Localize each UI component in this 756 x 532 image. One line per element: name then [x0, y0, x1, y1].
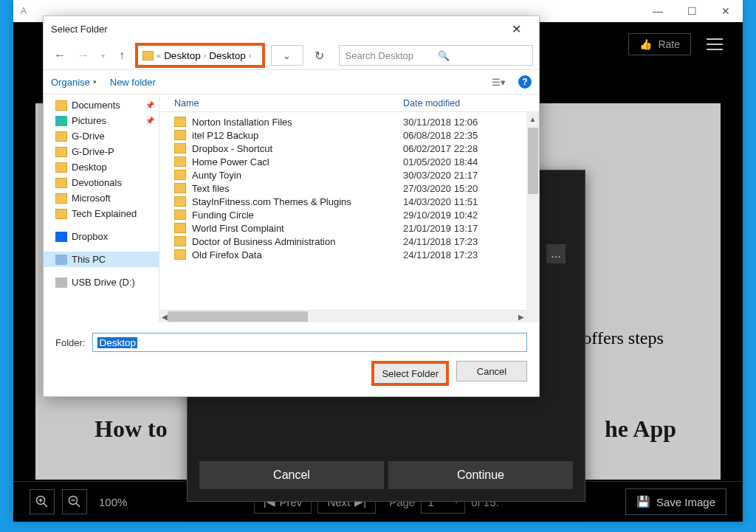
document-heading-right: he App [605, 415, 676, 443]
file-row[interactable]: World First Complaint21/01/2019 13:17 [159, 221, 526, 235]
sidebar-item-microsoft[interactable]: Microsoft [44, 190, 159, 206]
file-row[interactable]: Text files27/03/2020 15:20 [159, 182, 526, 195]
sidebar-item-pictures[interactable]: Pictures📌 [44, 113, 159, 128]
folder-icon [55, 147, 67, 157]
new-folder-button[interactable]: New folder [110, 77, 156, 88]
file-row[interactable]: Funding Circle29/10/2019 10:42 [159, 208, 526, 221]
hamburger-menu-button[interactable] [701, 31, 728, 58]
maximize-button[interactable]: ☐ [675, 0, 709, 22]
sidebar-item-usb-drive-d-[interactable]: USB Drive (D:) [44, 274, 159, 290]
sidebar-item-g-drive-p[interactable]: G-Drive-P [44, 144, 159, 159]
dialog-close-button[interactable]: ✕ [501, 18, 532, 40]
column-headers[interactable]: Name Date modified [159, 94, 539, 112]
file-row[interactable]: Dropbox - Shortcut06/02/2017 22:28 [159, 142, 526, 155]
breadcrumb-history-dropdown[interactable]: ⌄ [271, 45, 303, 66]
folder-icon [174, 156, 186, 167]
dialog-title: Select Folder [51, 24, 108, 35]
folder-name-input[interactable]: Desktop [92, 333, 527, 352]
sidebar-item-desktop[interactable]: Desktop [44, 159, 159, 175]
folder-icon [174, 196, 186, 207]
file-name: Funding Circle [192, 210, 254, 221]
chevron-right-icon: › [249, 51, 252, 60]
sidebar-item-dropbox[interactable]: Dropbox [44, 229, 159, 244]
search-input[interactable]: Search Desktop 🔍 [339, 45, 533, 66]
folder-icon [174, 249, 186, 260]
sidebar-item-label: Devotionals [72, 177, 122, 188]
column-date[interactable]: Date modified [403, 98, 460, 108]
file-date: 21/01/2019 13:17 [403, 223, 478, 234]
app-title-prefix: A [13, 6, 27, 16]
inner-cancel-button[interactable]: Cancel [199, 461, 384, 489]
sidebar-item-label: G-Drive [72, 131, 105, 142]
h-scroll-thumb[interactable] [168, 311, 308, 322]
inner-continue-button[interactable]: Continue [388, 461, 573, 489]
save-image-button[interactable]: 💾 Save Image [625, 488, 726, 515]
zoom-percent: 100% [99, 496, 127, 508]
file-name: Doctor of Business Administration [192, 236, 335, 247]
select-folder-button[interactable]: Select Folder [371, 361, 449, 386]
sidebar-item-tech-explained[interactable]: Tech Explained [44, 206, 159, 221]
file-name: Old Firefox Data [192, 249, 262, 260]
breadcrumb-seg-2[interactable]: Desktop [209, 50, 246, 61]
file-row[interactable]: Norton Installation Files30/11/2018 12:0… [159, 115, 526, 128]
horizontal-scrollbar[interactable]: ◀ ▶ [159, 310, 526, 322]
organise-menu[interactable]: Organise ▾ [51, 77, 97, 88]
close-app-button[interactable]: ✕ [709, 0, 743, 22]
folder-icon [55, 193, 67, 204]
help-icon[interactable]: ? [518, 75, 532, 89]
file-row[interactable]: Home Power Cacl01/05/2020 18:44 [159, 155, 526, 168]
breadcrumb-bar[interactable]: « Desktop › Desktop › [135, 43, 265, 68]
sidebar-item-label: Dropbox [72, 231, 108, 242]
file-list[interactable]: Norton Installation Files30/11/2018 12:0… [159, 112, 526, 310]
file-row[interactable]: Doctor of Business Administration24/11/2… [159, 235, 526, 248]
sidebar-item-label: Pictures [72, 115, 106, 126]
nav-back-button[interactable]: ← [49, 45, 70, 66]
search-placeholder: Search Desktop [346, 50, 434, 61]
sidebar-item-g-drive[interactable]: G-Drive [44, 128, 159, 144]
minimize-button[interactable]: — [641, 0, 675, 22]
dialog-button-row: Select Folder Cancel [44, 358, 539, 396]
nav-up-button[interactable]: ↑ [111, 45, 132, 66]
pin-icon: 📌 [145, 117, 154, 125]
breadcrumb-seg-1[interactable]: Desktop [164, 50, 201, 61]
svg-usb-icon [55, 277, 67, 288]
file-name: Norton Installation Files [192, 117, 292, 128]
file-row[interactable]: Aunty Toyin30/03/2020 21:17 [159, 168, 526, 182]
file-row[interactable]: itel P12 Backup06/08/2018 22:35 [159, 128, 526, 142]
view-options-button[interactable]: ☰▾ [486, 74, 511, 90]
svg-line-4 [44, 503, 47, 507]
folder-label: Folder: [55, 337, 85, 348]
thumbs-up-icon: 👍 [639, 38, 652, 50]
sidebar-item-documents[interactable]: Documents📌 [44, 97, 159, 113]
vertical-scrollbar[interactable]: ▲ [526, 112, 539, 322]
file-area: Name Date modified Norton Installation F… [159, 94, 539, 322]
docs-icon [55, 100, 67, 111]
file-row[interactable]: Old Firefox Data24/11/2018 17:23 [159, 248, 526, 261]
dialog-cancel-button[interactable]: Cancel [456, 361, 527, 381]
file-name: Aunty Toyin [192, 170, 241, 181]
nav-sidebar[interactable]: Documents📌Pictures📌G-DriveG-Drive-PDeskt… [44, 94, 159, 322]
rate-button[interactable]: 👍 Rate [628, 33, 691, 55]
refresh-button[interactable]: ↻ [308, 45, 331, 66]
sidebar-item-this-pc[interactable]: This PC [44, 252, 159, 267]
browse-button[interactable]: ... [546, 244, 566, 263]
folder-icon [174, 170, 186, 180]
nav-recent-dropdown[interactable]: ▾ [97, 45, 109, 66]
nav-forward-button[interactable]: → [73, 45, 94, 66]
pics-icon [55, 116, 67, 126]
zoom-in-button[interactable] [30, 489, 55, 514]
save-icon: 💾 [636, 495, 650, 508]
folder-icon [55, 178, 67, 188]
thispc-icon [55, 255, 67, 265]
folder-icon [174, 223, 186, 233]
dialog-titlebar: Select Folder ✕ [44, 16, 539, 41]
file-row[interactable]: StayInFitness.com Themes & Plugins14/03/… [159, 195, 526, 208]
zoom-out-button[interactable] [62, 489, 87, 514]
sidebar-item-devotionals[interactable]: Devotionals [44, 175, 159, 190]
file-date: 27/03/2020 15:20 [403, 183, 478, 194]
dropbox-icon [55, 232, 67, 242]
column-name[interactable]: Name [174, 98, 403, 108]
v-scroll-thumb[interactable] [528, 128, 538, 194]
file-date: 01/05/2020 18:44 [403, 156, 478, 167]
sidebar-item-label: USB Drive (D:) [72, 277, 135, 288]
